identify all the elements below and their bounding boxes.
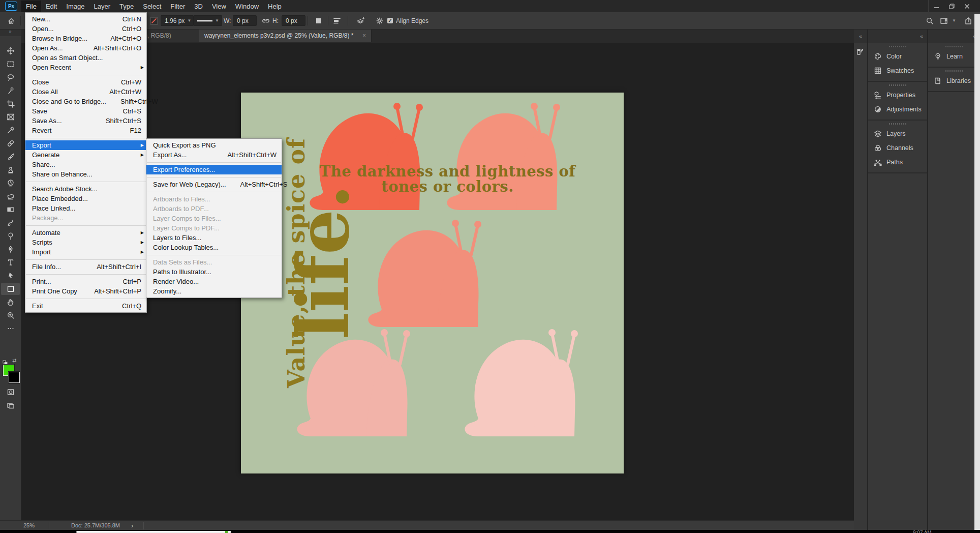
panel-tab-learn[interactable]: Learn — [928, 49, 980, 64]
panel-tab-paths[interactable]: Paths — [868, 155, 927, 169]
path-selection-tool-icon[interactable] — [1, 270, 20, 282]
pen-tool-icon[interactable] — [1, 243, 20, 255]
panel-grip[interactable] — [868, 82, 927, 88]
brush-tool-icon[interactable] — [1, 151, 20, 163]
hand-tool-icon[interactable] — [1, 296, 20, 308]
menubar-item-edit[interactable]: Edit — [41, 1, 62, 12]
crop-tool-icon[interactable] — [1, 98, 20, 110]
path-align-icon[interactable] — [331, 15, 343, 26]
gradient-tool-icon[interactable] — [1, 203, 20, 216]
search-icon[interactable] — [924, 15, 935, 26]
menubar-item-3d[interactable]: 3D — [190, 1, 207, 12]
menu-item-color-lookup-tables[interactable]: Color Lookup Tables... — [146, 243, 282, 252]
menu-item-revert[interactable]: RevertF12 — [25, 126, 146, 135]
background-color-swatch[interactable] — [9, 372, 20, 383]
panel-tab-swatches[interactable]: Swatches — [868, 64, 927, 78]
menu-item-open-as-smart-object[interactable]: Open as Smart Object... — [25, 53, 146, 63]
type-tool-icon[interactable] — [1, 256, 20, 269]
panel-dock-icon[interactable] — [854, 43, 867, 61]
menu-item-exit[interactable]: ExitCtrl+Q — [25, 301, 146, 311]
edit-toolbar-tool-icon[interactable] — [1, 322, 20, 335]
link-dimensions-icon[interactable] — [260, 15, 271, 26]
menubar-item-window[interactable]: Window — [231, 1, 263, 12]
menu-item-browse-in-bridge[interactable]: Browse in Bridge...Alt+Ctrl+O — [25, 34, 146, 43]
panel-tab-channels[interactable]: Channels — [868, 141, 927, 155]
menu-item-open-recent[interactable]: Open Recent▶ — [25, 63, 146, 72]
document-canvas[interactable]: The darkness and lightness of tones or c… — [241, 93, 624, 473]
menu-item-place-linked[interactable]: Place Linked... — [25, 203, 146, 213]
minimize-icon[interactable] — [929, 0, 944, 12]
screen-mode-icon[interactable] — [1, 399, 20, 411]
menu-item-export[interactable]: Export▶ — [25, 140, 146, 150]
quick-mask-icon[interactable] — [1, 386, 20, 398]
path-ops-icon[interactable] — [313, 15, 324, 26]
zoom-level-value[interactable]: 25% — [23, 522, 35, 528]
panel-grip[interactable] — [928, 68, 980, 74]
panel-tab-libraries[interactable]: Libraries — [928, 74, 980, 88]
eraser-tool-icon[interactable] — [1, 190, 20, 202]
menubar-item-file[interactable]: File — [21, 1, 41, 12]
menu-item-close[interactable]: CloseCtrl+W — [25, 77, 146, 87]
panel-tab-adjustments[interactable]: Adjustments — [868, 102, 927, 116]
menu-item-automate[interactable]: Automate▶ — [25, 228, 146, 238]
close-icon[interactable] — [959, 0, 974, 12]
menu-item-search-adobe-stock[interactable]: Search Adobe Stock... — [25, 184, 146, 194]
stack-plus-icon[interactable] — [355, 15, 366, 26]
menu-item-export-as[interactable]: Export As...Alt+Shift+Ctrl+W — [146, 150, 282, 160]
panel-grip[interactable] — [868, 121, 927, 127]
home-icon[interactable] — [6, 15, 17, 26]
menu-item-print[interactable]: Print...Ctrl+P — [25, 277, 146, 286]
tab-close-icon[interactable]: × — [362, 32, 366, 39]
menu-item-save-as[interactable]: Save As...Shift+Ctrl+S — [25, 116, 146, 126]
smudge-tool-icon[interactable] — [1, 217, 20, 229]
menu-item-import[interactable]: Import▶ — [25, 247, 146, 257]
menu-item-layers-to-files[interactable]: Layers to Files... — [146, 233, 282, 243]
frame-tool-icon[interactable] — [1, 111, 20, 123]
menu-item-scripts[interactable]: Scripts▶ — [25, 238, 146, 247]
menu-item-place-embedded[interactable]: Place Embedded... — [25, 194, 146, 203]
menu-item-print-one-copy[interactable]: Print One CopyAlt+Shift+Ctrl+P — [25, 286, 146, 296]
menubar-item-select[interactable]: Select — [138, 1, 166, 12]
panel-tab-layers[interactable]: Layers — [868, 127, 927, 141]
menu-item-share-on-behance[interactable]: Share on Behance... — [25, 169, 146, 179]
menu-item-file-info[interactable]: File Info...Alt+Shift+Ctrl+I — [25, 262, 146, 272]
menubar-item-help[interactable]: Help — [263, 1, 286, 12]
menu-item-close-all[interactable]: Close AllAlt+Ctrl+W — [25, 87, 146, 97]
menu-item-quick-export-as-png[interactable]: Quick Export as PNG — [146, 140, 282, 150]
restore-icon[interactable] — [944, 0, 959, 12]
collapse-right-dock-button[interactable]: « — [928, 29, 980, 43]
quick-selection-tool-icon[interactable] — [1, 84, 20, 97]
move-tool-icon[interactable] — [1, 45, 20, 57]
spot-healing-tool-icon[interactable] — [1, 137, 20, 150]
menu-item-new[interactable]: New...Ctrl+N — [25, 14, 146, 24]
menu-item-save-for-web-legacy[interactable]: Save for Web (Legacy)...Alt+Shift+Ctrl+S — [146, 180, 282, 189]
height-input[interactable]: 0 px — [282, 15, 305, 26]
menu-item-zoomify[interactable]: Zoomify... — [146, 286, 282, 296]
panel-tab-properties[interactable]: Properties — [868, 88, 927, 102]
share-icon[interactable] — [963, 15, 974, 26]
menu-item-share[interactable]: Share... — [25, 160, 146, 169]
collapse-dock-button[interactable]: « — [854, 29, 867, 43]
panel-grip[interactable] — [928, 43, 980, 49]
menubar-item-filter[interactable]: Filter — [166, 1, 190, 12]
menu-item-open-as[interactable]: Open As...Alt+Shift+Ctrl+O — [25, 43, 146, 53]
eyedropper-tool-icon[interactable] — [1, 124, 20, 136]
status-chevron-icon[interactable]: › — [131, 522, 133, 529]
align-edges-checkbox[interactable]: ✓ — [387, 18, 393, 23]
document-tab[interactable]: wayrynen_elements p3v2.psd @ 25% (Value,… — [199, 29, 372, 42]
stroke-width-input[interactable]: 1.96 px▼ — [161, 15, 194, 26]
menu-item-open[interactable]: Open...Ctrl+O — [25, 24, 146, 34]
dodge-tool-icon[interactable] — [1, 230, 20, 242]
workspace-icon[interactable] — [938, 15, 950, 26]
menu-item-save[interactable]: SaveCtrl+S — [25, 106, 146, 116]
stroke-style-select[interactable]: ▼ — [193, 15, 222, 26]
clone-stamp-tool-icon[interactable] — [1, 164, 20, 176]
collapse-main-dock-button[interactable]: « — [868, 29, 927, 43]
panel-grip[interactable] — [868, 43, 927, 49]
zoom-tool-icon[interactable] — [1, 309, 20, 321]
line-tool-icon[interactable] — [148, 15, 160, 26]
rectangle-tool-icon[interactable] — [1, 283, 20, 295]
rectangular-marquee-tool-icon[interactable] — [1, 58, 20, 70]
panel-tab-color[interactable]: Color — [868, 49, 927, 64]
swap-colors-icon[interactable]: ⇄ — [12, 358, 16, 363]
